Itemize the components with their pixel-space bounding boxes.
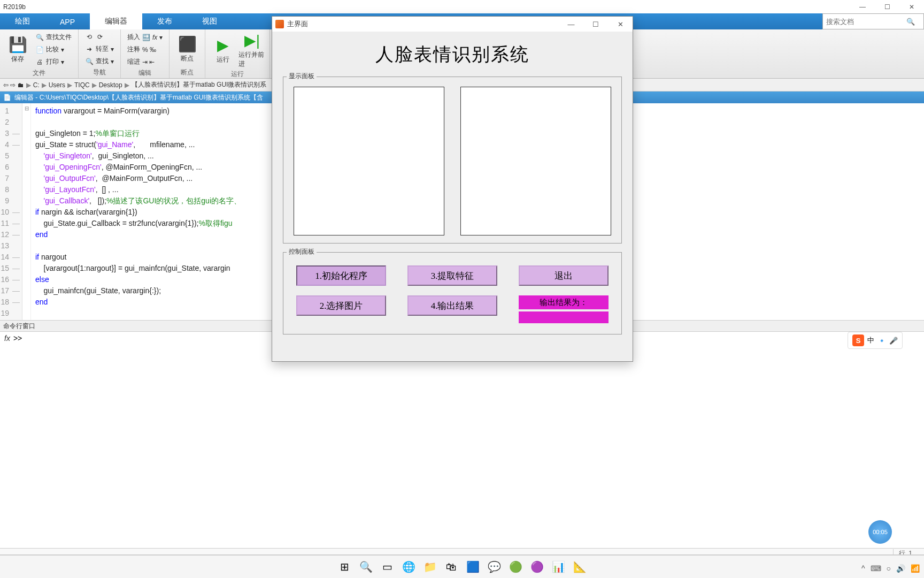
goto-button[interactable]: ➜转至 ▾ (83, 43, 116, 55)
search-icon[interactable]: 🔍 (906, 18, 915, 26)
btn-init[interactable]: 1.初始化程序 (296, 265, 386, 286)
line-gutter: 123—4—5678910—11—12—1314—15—16—17—18—19 (0, 103, 22, 320)
tab-app[interactable]: APP (45, 14, 90, 29)
task-view[interactable]: ▭ (379, 559, 395, 575)
window-minimize[interactable]: — (850, 0, 875, 13)
figure-title: 主界面 (287, 19, 308, 29)
control-panel-label: 控制面板 (287, 247, 317, 256)
save-button[interactable]: 💾保存 (4, 32, 31, 67)
ime-lang[interactable]: 中 (867, 336, 874, 345)
app-icon-2[interactable]: 📊 (550, 559, 566, 575)
fold-gutter[interactable]: ⊟ (22, 103, 31, 320)
store-icon[interactable]: 🛍 (443, 559, 459, 575)
run-advance-button[interactable]: ▶|运行并前进 (238, 32, 265, 69)
start-button[interactable]: ⊞ (336, 559, 352, 575)
find-files-button[interactable]: 🔍查找文件 (33, 32, 74, 43)
wechat-icon[interactable]: 💬 (486, 559, 502, 575)
app-heading: 人脸表情识别系统 (283, 42, 622, 67)
explorer-icon[interactable]: 📁 (422, 559, 438, 575)
window-maximize[interactable]: ☐ (875, 0, 899, 13)
ime-bar[interactable]: S 中 🔹 🎤 (848, 332, 903, 349)
group-label-break: 断点 (174, 67, 201, 77)
tray-up-icon[interactable]: ^ (861, 564, 865, 573)
app-icon-1[interactable]: 🟦 (465, 559, 481, 575)
nav-back[interactable]: ⟲⟳ (83, 32, 116, 42)
display-panel-label: 显示面板 (287, 72, 317, 81)
app-title: R2019b (3, 3, 26, 11)
comment-row[interactable]: 注释 % ‰ (125, 44, 165, 55)
matlab-taskbar-icon[interactable]: 📐 (572, 559, 588, 575)
edge-icon[interactable]: 🌐 (401, 559, 417, 575)
ime-punct-icon[interactable]: 🔹 (877, 337, 886, 345)
tab-plot[interactable]: 绘图 (0, 13, 45, 29)
group-label-nav: 导航 (83, 67, 116, 77)
figure-titlebar[interactable]: 主界面 — ☐ ✕ (272, 17, 633, 32)
command-prompt: >> (13, 334, 22, 418)
tab-view[interactable]: 视图 (187, 13, 232, 29)
system-tray[interactable]: ^ ⌨ ○ 🔊 📶 (861, 564, 920, 573)
indent-row[interactable]: 缩进 ⇥ ⇤ (125, 56, 165, 67)
tray-wifi-icon[interactable]: 📶 (911, 564, 920, 573)
print-button[interactable]: 🖨打印 ▾ (33, 56, 74, 67)
axes-left (294, 87, 444, 235)
fx-label: fx (4, 334, 10, 418)
window-close[interactable]: ✕ (899, 0, 924, 13)
tray-vol-icon[interactable]: 🔊 (896, 564, 905, 573)
control-panel: 控制面板 1.初始化程序 3.提取特征 退出 2.选择图片 4.输出结果 输出结… (283, 252, 622, 334)
breakpoint-button[interactable]: ⬛断点 (174, 32, 201, 67)
vscode-icon[interactable]: 🟣 (529, 559, 545, 575)
tab-editor[interactable]: 编辑器 (90, 13, 142, 29)
btn-extract[interactable]: 3.提取特征 (407, 265, 497, 286)
taskbar: ⊞ 🔍 ▭ 🌐 📁 🛍 🟦 💬 🟢 🟣 📊 📐 (0, 554, 924, 578)
search-taskbar[interactable]: 🔍 (358, 559, 374, 575)
browser-icon[interactable]: 🟢 (507, 559, 523, 575)
btn-output[interactable]: 4.输出结果 (407, 295, 497, 316)
tab-publish[interactable]: 发布 (142, 13, 187, 29)
group-label-edit: 编辑 (125, 67, 165, 78)
group-label-run: 运行 (210, 69, 265, 79)
axes-right (460, 87, 611, 235)
figure-minimize[interactable]: — (559, 17, 583, 32)
run-button[interactable]: ▶运行 (210, 32, 236, 69)
result-label: 输出结果为： (519, 295, 609, 309)
gui-figure-window: 主界面 — ☐ ✕ 人脸表情识别系统 显示面板 控制面板 1.初始化程序 3.提… (272, 16, 633, 362)
result-box: 输出结果为： (519, 295, 609, 323)
insert-row[interactable]: 插入 🔜 fx ▾ (125, 32, 165, 43)
app-titlebar: R2019b — ☐ ✕ (0, 0, 924, 13)
recording-timer[interactable]: 00:05 (868, 520, 892, 544)
ime-icon: S (852, 334, 864, 346)
result-value (519, 311, 609, 323)
folder-up-icon[interactable]: ⇦ ⇨ 🖿 (3, 81, 24, 89)
display-panel: 显示面板 (283, 77, 622, 244)
editor-title: 编辑器 - C:\Users\TIQC\Desktop\【人脸表情识别】基于ma… (14, 93, 263, 102)
search-docs[interactable]: 🔍 (822, 13, 924, 29)
search-input[interactable] (826, 18, 906, 26)
group-label-file: 文件 (4, 67, 74, 78)
matlab-icon (275, 20, 284, 28)
ime-mic-icon[interactable]: 🎤 (889, 337, 898, 345)
btn-exit[interactable]: 退出 (519, 265, 609, 286)
tray-net-icon[interactable]: ○ (887, 564, 891, 573)
btn-select-image[interactable]: 2.选择图片 (296, 295, 386, 316)
figure-close[interactable]: ✕ (608, 17, 633, 32)
compare-button[interactable]: 📄比较 ▾ (33, 44, 74, 55)
figure-maximize[interactable]: ☐ (583, 17, 608, 32)
find-button[interactable]: 🔍查找 ▾ (83, 56, 116, 67)
tray-ime-icon[interactable]: ⌨ (871, 564, 881, 573)
editor-file-icon: 📄 (3, 94, 11, 101)
